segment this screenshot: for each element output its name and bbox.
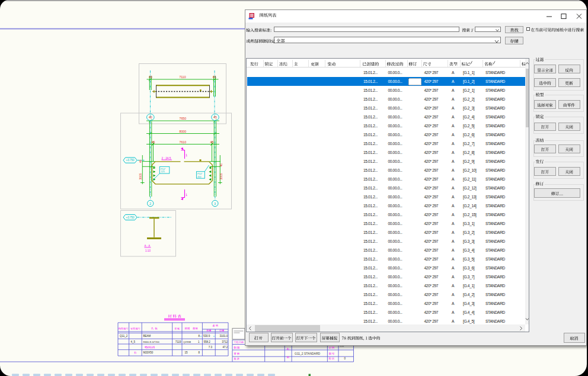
svg-text:45: 45 [213,115,217,119]
svg-text:1: 1 [186,193,187,197]
svg-text:40: 40 [149,75,152,79]
svg-text:40: 40 [213,75,216,79]
svg-text:558.2: 558.2 [204,340,211,343]
svg-text:x: x [213,335,215,338]
svg-text:8000: 8000 [180,130,187,133]
svg-text:2: 2 [149,202,151,205]
svg-text:2 : 24.5: 2 : 24.5 [162,157,171,160]
svg-text:1: 1 [198,340,200,343]
svg-text:47.2: 47.2 [223,346,228,349]
svg-text:M20X50: M20X50 [143,351,154,354]
svg-text:4_5: 4_5 [131,340,136,343]
svg-text:200: 200 [197,176,201,178]
svg-text:1:10: 1:10 [145,249,151,252]
svg-text:7110: 7110 [179,75,186,79]
svg-text:P10*: P10* [197,173,203,175]
svg-text:45: 45 [210,140,214,144]
svg-text:+3.750: +3.750 [126,216,135,219]
svg-text:8: 8 [198,351,200,354]
svg-text:3: 3 [214,202,216,205]
svg-text:40: 40 [139,159,142,163]
svg-text:15: 15 [185,351,188,354]
svg-text:40: 40 [219,163,223,167]
svg-text:P10*: P10* [161,168,166,171]
svg-text:A - A: A - A [145,245,151,248]
svg-text:BEAM: BEAM [143,335,151,338]
svg-text:3005: 3005 [219,173,223,179]
svg-text:1:25: 1:25 [340,345,344,348]
svg-text:1: 1 [186,153,187,157]
svg-text:530.9: 530.9 [203,335,210,338]
svg-text:40: 40 [149,115,152,119]
svg-text:Q11_2: Q11_2 [120,335,128,338]
svg-text:7119: 7119 [175,340,181,343]
svg-text:3712: 3712 [222,340,228,343]
svg-text:+3.750: +3.750 [126,159,135,162]
svg-text:7610: 7610 [180,140,187,144]
svg-text:125: 125 [161,171,165,173]
svg-text:3005: 3005 [139,173,142,179]
svg-text:G11_2 STANDARD: G11_2 STANDARD [295,352,321,355]
svg-text:45: 45 [152,140,155,144]
svg-text:7650: 7650 [180,117,187,120]
svg-text:0: 0 [344,357,346,360]
svg-text:3101.0: 3101.0 [220,335,228,338]
svg-text:Q235B: Q235B [183,340,191,343]
svg-text:7.3: 7.3 [209,346,213,349]
svg-text:H400-8-14*200: H400-8-14*200 [143,340,160,343]
svg-text:x: x [200,335,202,338]
